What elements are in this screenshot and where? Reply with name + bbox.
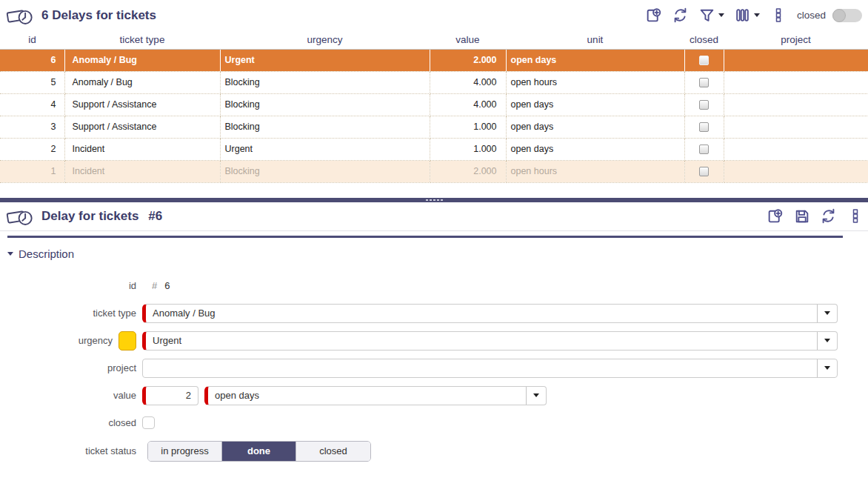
- field-row-ticket-status: ticket status in progress done closed: [0, 441, 868, 462]
- form-toolbar: [759, 206, 862, 226]
- table-row[interactable]: 6 Anomaly / Bug Urgent 2.000 open days: [0, 49, 868, 71]
- id-label: id: [129, 280, 136, 291]
- dropdown-button[interactable]: [817, 359, 837, 377]
- list-panel-header: 6 Delays for tickets: [0, 0, 868, 30]
- urgency-value: Urgent: [146, 335, 817, 346]
- table-row[interactable]: 4 Support / Assistance Blocking 4.000 op…: [0, 93, 868, 116]
- reload-button[interactable]: [670, 5, 691, 25]
- row-closed-checkbox[interactable]: [699, 167, 709, 176]
- table-row[interactable]: 5 Anomaly / Bug Blocking 4.000 open hour…: [0, 71, 868, 93]
- unit-value: open days: [208, 390, 526, 401]
- field-row-urgency: urgency Urgent: [0, 331, 868, 351]
- field-row-project: project: [0, 359, 868, 378]
- value-input[interactable]: [142, 386, 198, 405]
- row-closed-checkbox[interactable]: [699, 122, 709, 132]
- id-value: 6: [164, 280, 170, 291]
- chevron-down-icon: [824, 311, 830, 315]
- project-select[interactable]: [142, 359, 838, 378]
- ticket-status-button-group: in progress done closed: [147, 441, 371, 462]
- section-label: Description: [19, 248, 74, 260]
- field-row-id: id # 6: [0, 276, 868, 296]
- table-row[interactable]: 3 Support / Assistance Blocking 1.000 op…: [0, 116, 868, 138]
- form-title: Delay for tickets: [41, 209, 138, 224]
- status-closed-button[interactable]: closed: [296, 442, 370, 461]
- row-closed-checkbox[interactable]: [699, 144, 709, 154]
- column-header-id[interactable]: id: [0, 30, 64, 49]
- record-form: id # 6 ticket type Anomaly / Bug urgency…: [0, 276, 868, 462]
- status-in-progress-button[interactable]: in progress: [148, 442, 222, 461]
- form-panel: Delay for tickets #6: [0, 202, 868, 462]
- column-header-project[interactable]: project: [724, 30, 868, 49]
- status-done-button[interactable]: done: [222, 442, 296, 461]
- filter-dropdown-caret-icon: [718, 13, 724, 17]
- chevron-down-icon: [824, 339, 830, 342]
- table-row[interactable]: 1 Incident Blocking 2.000 open hours: [0, 160, 868, 182]
- form-panel-header: Delay for tickets #6: [0, 202, 868, 231]
- urgency-color-swatch: [118, 331, 136, 351]
- closed-filter-toggle[interactable]: [832, 9, 862, 22]
- dropdown-button[interactable]: [817, 305, 837, 322]
- column-header-urgency[interactable]: urgency: [220, 30, 430, 49]
- filter-button[interactable]: [696, 5, 727, 25]
- reload-button[interactable]: [818, 206, 839, 226]
- column-header-ticket-type[interactable]: ticket type: [64, 30, 220, 49]
- columns-dropdown-caret-icon: [754, 13, 760, 17]
- new-record-button[interactable]: [643, 5, 664, 25]
- field-row-ticket-type: ticket type Anomaly / Bug: [0, 304, 868, 323]
- ticket-type-label: ticket type: [93, 308, 136, 319]
- dropdown-button[interactable]: [817, 332, 837, 350]
- ticket-status-label: ticket status: [85, 445, 136, 456]
- closed-filter-label: closed: [797, 10, 826, 21]
- column-header-value[interactable]: value: [430, 30, 506, 49]
- closed-label: closed: [108, 417, 136, 428]
- list-panel: 6 Delays for tickets: [0, 0, 868, 183]
- new-record-button[interactable]: [764, 206, 786, 226]
- record-id: #6: [148, 209, 162, 224]
- form-divider: [7, 236, 843, 238]
- ticket-clock-icon: [6, 4, 34, 27]
- table-header-row: id ticket type urgency value unit closed…: [0, 30, 868, 49]
- row-closed-checkbox[interactable]: [699, 78, 709, 87]
- column-header-closed[interactable]: closed: [684, 30, 724, 49]
- project-label: project: [107, 362, 136, 373]
- row-closed-checkbox[interactable]: [699, 56, 709, 65]
- list-title: 6 Delays for tickets: [41, 8, 156, 23]
- row-closed-checkbox[interactable]: [699, 100, 709, 110]
- section-description[interactable]: Description: [7, 248, 74, 260]
- collapse-caret-icon: [7, 252, 13, 256]
- list-menu-button[interactable]: [772, 5, 785, 25]
- ticket-type-select[interactable]: Anomaly / Bug: [142, 304, 838, 323]
- list-toolbar: closed: [638, 5, 862, 25]
- closed-checkbox[interactable]: [142, 416, 155, 429]
- toggle-knob: [832, 9, 846, 22]
- value-label: value: [113, 390, 136, 401]
- urgency-select[interactable]: Urgent: [142, 331, 838, 351]
- chevron-down-icon: [824, 366, 830, 370]
- table-row[interactable]: 2 Incident Urgent 1.000 open days: [0, 138, 868, 160]
- dropdown-button[interactable]: [526, 387, 546, 405]
- hash-icon: #: [152, 280, 157, 291]
- records-table: id ticket type urgency value unit closed…: [0, 30, 868, 183]
- field-row-value: value open days: [0, 386, 868, 405]
- chevron-down-icon: [533, 393, 539, 397]
- save-button[interactable]: [791, 206, 812, 226]
- columns-button[interactable]: [732, 5, 762, 25]
- unit-select[interactable]: open days: [204, 386, 547, 405]
- ticket-clock-icon: [6, 205, 34, 227]
- column-header-unit[interactable]: unit: [506, 30, 684, 49]
- urgency-label: urgency: [79, 335, 113, 346]
- field-row-closed: closed: [0, 413, 868, 433]
- form-menu-button[interactable]: [849, 206, 862, 226]
- ticket-type-value: Anomaly / Bug: [146, 308, 817, 319]
